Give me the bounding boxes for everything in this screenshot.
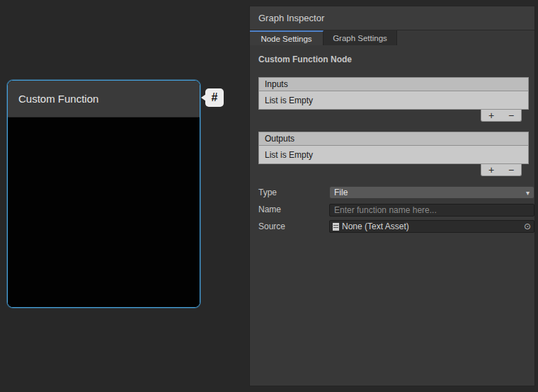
source-label: Source	[258, 221, 285, 231]
name-label: Name	[258, 204, 281, 214]
inputs-list-title: Inputs	[265, 79, 288, 89]
hash-icon: #	[212, 91, 218, 104]
plus-icon: +	[488, 110, 494, 120]
outputs-list-header[interactable]: Outputs	[258, 132, 529, 145]
type-dropdown-value: File	[334, 188, 348, 197]
inspector-header[interactable]: Graph Inspector	[250, 6, 534, 30]
minus-icon: −	[508, 110, 514, 120]
tab-node-settings-label: Node Settings	[261, 35, 311, 43]
source-row: Source None (Text Asset) ⊙	[258, 220, 527, 233]
source-object-field[interactable]: None (Text Asset) ⊙	[329, 220, 534, 233]
inputs-list-body: List is Empty	[258, 91, 529, 110]
type-label: Type	[258, 188, 277, 197]
node-body	[8, 117, 200, 308]
inputs-list-footer: + −	[258, 110, 529, 122]
section-heading: Custom Function Node	[258, 54, 352, 64]
inputs-add-button[interactable]: +	[483, 110, 500, 121]
outputs-empty-text: List is Empty	[265, 150, 313, 160]
graph-inspector-panel: Graph Inspector Node Settings Graph Sett…	[249, 6, 535, 386]
custom-function-node[interactable]: Custom Function	[7, 80, 200, 308]
outputs-list-title: Outputs	[265, 134, 294, 144]
name-row: Name	[258, 203, 527, 216]
chevron-down-icon: ▾	[526, 189, 530, 197]
outputs-list-body: List is Empty	[258, 145, 529, 164]
source-object-value: None (Text Asset)	[342, 221, 409, 231]
inspector-tabs: Node Settings Graph Settings	[250, 30, 534, 45]
outputs-list-footer: + −	[258, 164, 529, 177]
name-input[interactable]	[329, 204, 534, 217]
inputs-empty-text: List is Empty	[265, 96, 313, 105]
node-title-bar[interactable]: Custom Function	[8, 81, 200, 117]
outputs-remove-button[interactable]: −	[503, 165, 520, 175]
tab-graph-settings-label: Graph Settings	[333, 34, 387, 42]
tab-graph-settings[interactable]: Graph Settings	[324, 30, 397, 45]
type-row: Type File ▾	[258, 186, 527, 199]
outputs-add-button[interactable]: +	[483, 165, 500, 175]
object-picker-icon[interactable]: ⊙	[524, 221, 531, 231]
outputs-list: Outputs List is Empty + −	[258, 132, 529, 177]
inputs-list-header[interactable]: Inputs	[258, 77, 529, 91]
plus-icon: +	[488, 165, 494, 175]
minus-icon: −	[508, 165, 514, 175]
text-asset-icon	[333, 223, 339, 231]
code-badge[interactable]: #	[205, 88, 224, 107]
type-dropdown[interactable]: File ▾	[329, 186, 534, 199]
tab-node-settings[interactable]: Node Settings	[250, 30, 324, 45]
inspector-title: Graph Inspector	[258, 13, 324, 23]
node-title: Custom Function	[18, 93, 98, 105]
inputs-list: Inputs List is Empty + −	[258, 77, 529, 122]
inputs-remove-button[interactable]: −	[503, 110, 520, 121]
